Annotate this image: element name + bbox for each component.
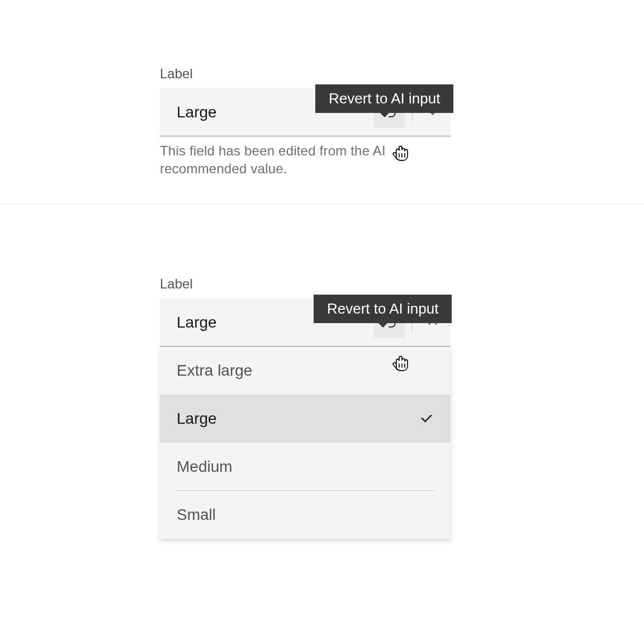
dropdown-option[interactable]: Large xyxy=(160,395,451,443)
tooltip: Revert to AI input xyxy=(314,295,452,323)
option-label: Large xyxy=(177,410,217,428)
field-label: Label xyxy=(160,276,451,292)
dropdown-field[interactable]: Revert to AI input Large xyxy=(160,88,451,136)
dropdown-menu: Extra large Large Medium Small xyxy=(160,347,451,539)
field-label: Label xyxy=(160,66,451,82)
dropdown-closed-example: Label Revert to AI input Large xyxy=(160,66,451,178)
tooltip: Revert to AI input xyxy=(315,84,453,113)
dropdown-option[interactable]: Small xyxy=(160,491,451,539)
helper-text: This field has been edited from the AI r… xyxy=(160,142,451,178)
section-divider xyxy=(0,203,644,204)
option-label: Small xyxy=(177,506,216,524)
option-label: Medium xyxy=(177,458,233,476)
dropdown-option[interactable]: Medium xyxy=(160,443,451,491)
dropdown-open-example: Label Revert to AI input Large xyxy=(160,276,451,347)
option-label: Extra large xyxy=(177,362,252,380)
dropdown-field[interactable]: Revert to AI input Large xyxy=(160,299,451,347)
dropdown-option[interactable]: Extra large xyxy=(160,347,451,395)
checkmark-icon xyxy=(419,411,434,426)
